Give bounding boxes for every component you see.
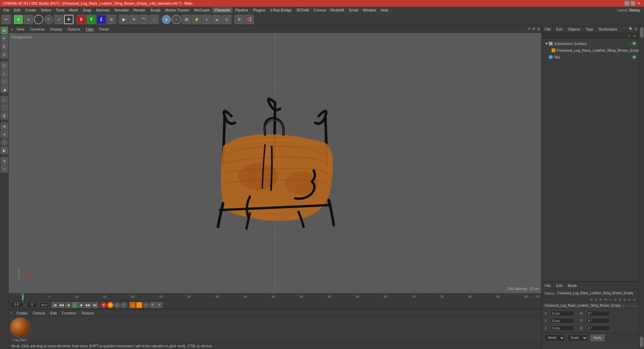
obj-menu-bookmarks[interactable]: Bookmarks [597,27,619,32]
menu-snap[interactable]: Snap [81,7,94,13]
attr-input-x[interactable] [551,311,574,316]
left-tool-2[interactable]: △ [1,69,8,77]
vp-menu-options[interactable]: Options [66,27,82,32]
maximize-button[interactable]: □ [631,1,635,6]
prev-frame-button[interactable]: ◀ [65,302,71,308]
menu-render[interactable]: Render [131,7,148,13]
menu-select[interactable]: Select [39,7,53,13]
left-tool-8[interactable]: ⊕ [1,122,8,130]
obj-menu-edit[interactable]: Edit [555,27,564,32]
left-tool-7[interactable]: $ [1,112,8,119]
z-axis-button[interactable]: Z [97,15,106,24]
attr-input-h[interactable] [586,311,610,316]
menu-file[interactable]: File [1,7,11,13]
model-mode-button[interactable]: ● [14,15,23,24]
scroll-handle-1[interactable] [640,28,643,38]
attr-input-z[interactable] [551,326,574,331]
obj-menu-objects[interactable]: Objects [567,27,582,32]
move-tool-button[interactable] [34,15,43,24]
viewport-nav-left[interactable]: ◂ [10,27,12,32]
left-tool-5[interactable]: ⌐ [1,96,8,103]
menu-vray[interactable]: V-Ray Bridge [268,7,294,13]
floor-button[interactable]: ≡ [202,15,211,24]
left-tool-6[interactable]: ⌒ [1,104,8,111]
left-tool-13[interactable]: ≈ [1,165,8,172]
mat-menu-create[interactable]: Create [15,310,29,316]
menu-pipeline[interactable]: Pipeline [233,7,250,13]
motion-path-button[interactable]: ○ [143,302,149,308]
mat-menu-corona[interactable]: Corona [32,310,46,316]
attr-input-y[interactable] [551,318,574,323]
prev-key-button[interactable]: ◀◀ [58,302,64,308]
menu-sculpt[interactable]: Sculpt [148,7,163,13]
obj-mgr-icon-2[interactable]: ⚙ [634,27,637,31]
left-tool-point[interactable]: V [1,51,8,58]
obj-item-firewood[interactable]: ◻ Firewood_Log_Rack_Leather_Sling_Brown_… [543,47,637,54]
attr-menu-file[interactable]: File [543,283,552,288]
vp-menu-view[interactable]: View [15,27,26,32]
menu-motion-tracker[interactable]: Motion Tracker [163,7,192,13]
next-frame-button[interactable]: ▶ [78,302,85,308]
preview-button[interactable]: P [150,302,156,308]
mat-panel-toggle[interactable]: ≡ [10,311,12,315]
obj-item-sky[interactable]: ○ Sky [543,54,637,60]
left-tool-3[interactable]: □ [1,78,8,85]
left-tool-9[interactable]: ✦ [1,131,8,138]
left-tool-edge[interactable]: E [1,43,8,50]
keyframe-button[interactable]: ◇ [114,302,120,308]
menu-edit[interactable]: Edit [12,7,22,13]
render-region-button[interactable]: ⬚ [149,15,159,24]
menu-mograph[interactable]: MoGraph [192,7,212,13]
vp-menu-cameras[interactable]: Cameras [29,27,46,32]
display-mode-button[interactable]: ⊞ [182,15,191,24]
menu-help[interactable]: Help [379,7,390,13]
obj-menu-tags[interactable]: Tags [584,27,595,32]
add-object-button[interactable]: + [24,15,33,24]
menu-redshift[interactable]: Redshift [328,7,346,13]
menu-character[interactable]: Character [212,7,232,13]
quick-render-button[interactable]: ⚡ [192,15,201,24]
undo-button[interactable]: ↩ [1,15,11,24]
vp-icon-move[interactable]: ✛ [528,27,531,31]
viewport[interactable]: Perspective X Y Z Grid Spacing : 10 cm [9,33,541,293]
vp-icon-camera[interactable]: 👁 [532,27,536,31]
left-tool-1[interactable]: ◇ [1,61,8,69]
mark-button[interactable]: ? [121,302,127,308]
x-axis-button[interactable]: X [76,15,86,24]
vp-menu-filter[interactable]: Filter [84,27,95,32]
left-tool-polygon[interactable]: P [1,35,8,42]
menu-3dtoall[interactable]: 3DToAll [294,7,311,13]
wireframe-button[interactable]: ○ [172,15,181,24]
left-tool-10[interactable]: ○ [1,139,8,146]
frame-counter[interactable] [10,302,23,308]
autokey-button[interactable]: ● [107,302,113,308]
menu-animate[interactable]: Animate [94,7,112,13]
render-region-button[interactable] [136,302,142,308]
menu-simulate[interactable]: Simulate [112,7,131,13]
rotate-tool-button[interactable]: ↻ [44,15,53,24]
attr-menu-mode[interactable]: Mode [567,283,579,288]
attr-menu-edit[interactable]: Edit [555,283,564,288]
vp-icon-grid[interactable]: ⊞ [537,27,540,31]
y-axis-button[interactable]: Y [87,15,96,24]
left-tool-12[interactable]: ≋ [1,157,8,164]
attr-input-p[interactable] [586,318,610,323]
coord-apply-button[interactable]: Apply [590,335,605,341]
play-button[interactable]: ▶ [72,302,78,308]
menu-plugins[interactable]: Plugins [251,7,267,13]
grid-button[interactable]: ⊞ [234,15,244,24]
left-tool-4[interactable]: ◢ [1,86,8,93]
next-key-button[interactable]: ▶▶ [85,302,91,308]
timeline-settings-button[interactable]: ≡ [156,302,162,308]
attr-object-row[interactable]: Firewood_Log_Rack_Leather_Sling_Brown_Em… [542,302,639,309]
menu-create[interactable]: Create [23,7,38,13]
coord-mode-select[interactable]: Scale Position Rotation [568,335,588,341]
material-preview-ball[interactable] [10,317,30,338]
coord-space-select[interactable]: World Object Local [545,335,565,341]
menu-window[interactable]: Window [361,7,378,13]
render-settings-button[interactable]: ⚙ [129,15,139,24]
scroll-handle-2[interactable] [640,337,643,347]
scale-tool-button[interactable]: ⤢ [54,15,63,24]
left-tool-model[interactable]: M [1,27,8,34]
menu-script[interactable]: Script [347,7,360,13]
